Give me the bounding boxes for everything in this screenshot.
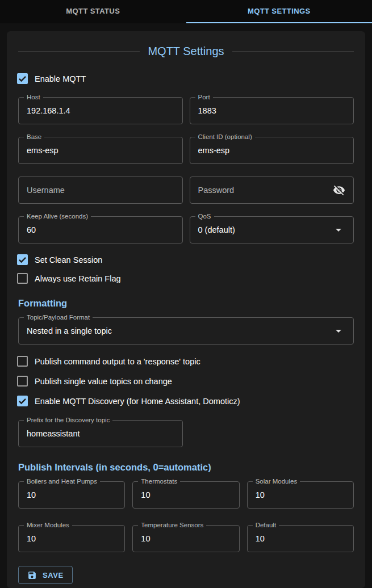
host-port-row: Host Port xyxy=(18,97,354,124)
tab-mqtt-settings-label: MQTT SETTINGS xyxy=(248,7,311,15)
tab-bar: MQTT STATUS MQTT SETTINGS xyxy=(0,0,372,23)
save-button-label: SAVE xyxy=(43,571,64,579)
retain-flag-checkbox[interactable] xyxy=(17,273,28,284)
topic-payload-format-value: Nested in a single topic xyxy=(27,326,332,335)
checkbox-row-publish-single[interactable]: Publish single value topics on change xyxy=(17,371,354,391)
keep-alive-input[interactable] xyxy=(27,225,174,234)
page-title: MQTT Settings xyxy=(148,45,224,58)
intervals-row-1: Boilers and Heat Pumps Thermostats Solar… xyxy=(18,481,354,509)
checkbox-row-clean-session[interactable]: Set Clean Session xyxy=(17,250,354,269)
checkbox-row-discovery[interactable]: Enable MQTT Discovery (for Home Assistan… xyxy=(17,391,354,411)
base-field[interactable]: Base xyxy=(18,137,183,164)
topic-payload-format-label: Topic/Payload Format xyxy=(24,314,93,321)
mixer-interval-label: Mixer Modules xyxy=(24,522,72,529)
qos-select[interactable]: QoS 0 (default) xyxy=(190,216,354,243)
divider-line-left xyxy=(18,51,140,52)
client-id-field-label: Client ID (optional) xyxy=(195,133,255,141)
port-field-label: Port xyxy=(195,94,213,101)
username-field[interactable] xyxy=(18,177,183,204)
intervals-row-2: Mixer Modules Temperature Sensors Defaul… xyxy=(18,525,354,552)
default-interval-input[interactable] xyxy=(256,534,345,543)
client-id-field[interactable]: Client ID (optional) xyxy=(190,137,354,164)
save-button[interactable]: SAVE xyxy=(18,566,73,584)
thermostats-interval-input[interactable] xyxy=(141,490,231,499)
discovery-label: Enable MQTT Discovery (for Home Assistan… xyxy=(35,397,240,406)
dropdown-arrow-icon xyxy=(332,223,345,237)
qos-select-label: QoS xyxy=(195,213,214,220)
solar-interval-input[interactable] xyxy=(256,490,345,499)
mqtt-settings-panel: MQTT Settings Enable MQTT Host Port Base… xyxy=(7,31,365,588)
solar-interval-field[interactable]: Solar Modules xyxy=(247,481,354,509)
host-field[interactable]: Host xyxy=(18,97,183,124)
temperature-interval-label: Temperature Sensors xyxy=(138,522,206,529)
discovery-prefix-field-label: Prefix for the Discovery topic xyxy=(24,417,112,424)
boilers-interval-label: Boilers and Heat Pumps xyxy=(24,478,100,485)
discovery-checkbox[interactable] xyxy=(17,396,28,406)
password-input[interactable] xyxy=(198,186,333,195)
port-input[interactable] xyxy=(198,106,346,115)
save-icon xyxy=(27,570,37,580)
publish-single-label: Publish single value topics on change xyxy=(35,377,172,386)
formatting-heading: Formatting xyxy=(18,298,354,309)
mixer-interval-field[interactable]: Mixer Modules xyxy=(18,525,125,552)
base-clientid-row: Base Client ID (optional) xyxy=(18,137,354,164)
divider-line-right xyxy=(232,51,354,52)
keep-alive-field[interactable]: Keep Alive (seconds) xyxy=(18,216,183,243)
check-icon xyxy=(17,73,28,84)
publish-response-label: Publish command output to a 'response' t… xyxy=(35,357,200,366)
discovery-prefix-input[interactable] xyxy=(27,429,174,438)
tab-mqtt-status[interactable]: MQTT STATUS xyxy=(0,0,186,23)
topic-payload-format-select[interactable]: Topic/Payload Format Nested in a single … xyxy=(18,317,354,345)
thermostats-interval-field[interactable]: Thermostats xyxy=(132,481,239,509)
base-field-label: Base xyxy=(24,133,44,141)
retain-flag-label: Always use Retain Flag xyxy=(35,274,121,283)
check-icon xyxy=(17,254,28,265)
page-title-divider: MQTT Settings xyxy=(18,45,354,58)
publish-response-checkbox[interactable] xyxy=(17,356,28,367)
dropdown-arrow-icon xyxy=(332,324,345,338)
thermostats-interval-label: Thermostats xyxy=(138,478,180,485)
host-input[interactable] xyxy=(27,106,174,115)
checkbox-row-publish-response[interactable]: Publish command output to a 'response' t… xyxy=(17,351,354,371)
enable-mqtt-label: Enable MQTT xyxy=(35,74,86,83)
temperature-interval-input[interactable] xyxy=(141,534,231,543)
clean-session-checkbox[interactable] xyxy=(17,254,28,265)
checkbox-row-retain-flag[interactable]: Always use Retain Flag xyxy=(17,269,354,288)
clean-session-label: Set Clean Session xyxy=(35,255,102,264)
qos-selected-value: 0 (default) xyxy=(198,225,332,234)
boilers-interval-field[interactable]: Boilers and Heat Pumps xyxy=(18,481,125,509)
keep-alive-field-label: Keep Alive (seconds) xyxy=(24,213,91,220)
credentials-row xyxy=(18,177,354,204)
tab-mqtt-settings[interactable]: MQTT SETTINGS xyxy=(186,0,372,23)
keepalive-qos-row: Keep Alive (seconds) QoS 0 (default) xyxy=(18,216,354,243)
check-icon xyxy=(17,396,28,406)
publish-intervals-heading: Publish Intervals (in seconds, 0=automat… xyxy=(18,462,354,473)
discovery-prefix-field[interactable]: Prefix for the Discovery topic xyxy=(18,420,183,447)
port-field[interactable]: Port xyxy=(190,97,354,124)
mixer-interval-input[interactable] xyxy=(27,534,116,543)
tab-mqtt-status-label: MQTT STATUS xyxy=(66,7,120,15)
checkbox-row-enable-mqtt[interactable]: Enable MQTT xyxy=(17,69,354,88)
password-field[interactable] xyxy=(190,177,354,204)
base-input[interactable] xyxy=(27,146,174,155)
publish-single-checkbox[interactable] xyxy=(17,376,28,387)
temperature-interval-field[interactable]: Temperature Sensors xyxy=(132,525,239,552)
username-input[interactable] xyxy=(27,186,174,195)
visibility-off-icon[interactable] xyxy=(333,184,345,196)
default-interval-field[interactable]: Default xyxy=(247,525,354,552)
client-id-input[interactable] xyxy=(198,146,346,155)
solar-interval-label: Solar Modules xyxy=(253,478,300,485)
enable-mqtt-checkbox[interactable] xyxy=(17,73,28,84)
host-field-label: Host xyxy=(24,94,43,101)
boilers-interval-input[interactable] xyxy=(27,490,116,499)
default-interval-label: Default xyxy=(253,522,279,529)
